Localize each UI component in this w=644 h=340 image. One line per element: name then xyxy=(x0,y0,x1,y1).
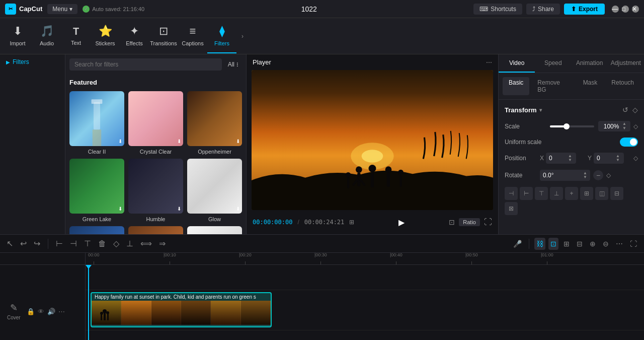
x-decrement[interactable]: ▼ xyxy=(567,158,573,162)
align-bottom[interactable]: ⊞ xyxy=(580,187,593,200)
subtab-retouch[interactable]: Retouch xyxy=(605,77,640,95)
tool-stickers[interactable]: ⭐ Stickers xyxy=(91,19,120,53)
snapshot-icon[interactable]: ⊡ xyxy=(449,218,455,226)
ratio-button[interactable]: Ratio xyxy=(459,218,480,226)
cover-button[interactable]: ✎ Cover xyxy=(4,299,24,323)
subtab-removebg[interactable]: Remove BG xyxy=(531,77,575,95)
align-extra-1[interactable]: ◫ xyxy=(595,187,608,200)
close-button[interactable]: ✕ xyxy=(632,6,639,13)
clip-icon[interactable]: ⊞ xyxy=(561,238,572,250)
player-more-icon[interactable]: ⋯ xyxy=(486,59,492,66)
select-tool[interactable]: ↖ xyxy=(5,237,15,250)
align-center-h[interactable]: ⊢ xyxy=(520,187,533,200)
scale-slider-thumb[interactable] xyxy=(564,123,570,129)
all-filters-button[interactable]: All ⫶ xyxy=(225,59,242,70)
tool-text[interactable]: T Text xyxy=(61,19,91,53)
tool-filters[interactable]: ⧫ Filters xyxy=(207,19,236,53)
track-audio-btn[interactable]: 🔊 xyxy=(47,308,55,315)
split2-icon[interactable]: ⊟ xyxy=(575,238,585,250)
zoom-out-icon[interactable]: ⊖ xyxy=(601,238,611,250)
split-btn[interactable]: ⊢ xyxy=(54,237,64,250)
redo-btn[interactable]: ↪ xyxy=(32,237,42,250)
delete-btn[interactable]: 🗑 xyxy=(97,238,108,250)
align-right[interactable]: ⊤ xyxy=(535,187,548,200)
search-input[interactable] xyxy=(69,58,222,71)
fullscreen-tl-icon[interactable]: ⛶ xyxy=(628,238,639,250)
align-extra-2[interactable]: ⊟ xyxy=(610,187,623,200)
undo-btn[interactable]: ↩ xyxy=(19,237,28,250)
more-icon[interactable]: ⋯ xyxy=(614,238,625,250)
autosave-dot: ✓ xyxy=(83,6,90,13)
tab-speed[interactable]: Speed xyxy=(535,54,571,73)
position-y-input[interactable]: 0 ▲ ▼ xyxy=(594,153,624,164)
scale-increment[interactable]: ▲ xyxy=(621,122,627,126)
tl-main: 00:00 |00:10 |00:20 |00:30 |00:40 xyxy=(86,253,644,340)
play-button[interactable]: ▶ xyxy=(393,214,410,230)
tab-adjustment[interactable]: Adjustment xyxy=(608,54,644,73)
y-decrement[interactable]: ▼ xyxy=(615,158,621,162)
filter-humble[interactable]: ⬇ Humble xyxy=(128,159,183,222)
keyframe-icon[interactable]: ◇ xyxy=(632,106,638,114)
grid-icon[interactable]: ⊞ xyxy=(349,219,354,226)
minimize-button[interactable]: — xyxy=(612,6,619,13)
filter-crystal-clear[interactable]: ⬇ Crystal Clear xyxy=(128,91,183,155)
toolbar-more[interactable]: › xyxy=(236,19,249,53)
filter-item-8[interactable] xyxy=(128,226,183,234)
scale-decrement[interactable]: ▼ xyxy=(621,126,627,130)
rotate-keyframe[interactable]: ◇ xyxy=(606,172,611,179)
align-extra-3[interactable]: ⊠ xyxy=(505,202,518,215)
track-lock-btn[interactable]: 🔒 xyxy=(27,308,35,315)
tool-captions[interactable]: ≡ Captions xyxy=(178,19,207,53)
export-button[interactable]: ⬆ Export xyxy=(564,4,605,15)
zoom-in-icon[interactable]: ⊕ xyxy=(588,238,598,250)
position-x-input[interactable]: 0 ▲ ▼ xyxy=(546,153,576,164)
keyframe-btn[interactable]: ◇ xyxy=(112,237,121,250)
scale-slider[interactable] xyxy=(550,121,594,131)
reset-icon[interactable]: ↺ xyxy=(622,106,628,114)
menu-button[interactable]: Menu ▾ xyxy=(47,4,77,14)
share-button[interactable]: ⤴ Share xyxy=(526,4,560,15)
tab-animation[interactable]: Animation xyxy=(572,54,608,73)
link-icon[interactable]: ⛓ xyxy=(534,238,545,250)
filter-clear-ii[interactable]: ⬇ Clear II xyxy=(69,91,124,155)
align-top[interactable]: ⊥ xyxy=(550,187,563,200)
uniform-scale-toggle[interactable] xyxy=(620,138,638,147)
tool-effects[interactable]: ✦ Effects xyxy=(120,19,149,53)
align-center-v[interactable]: + xyxy=(565,187,578,200)
track-hide-btn[interactable]: 👁 xyxy=(38,308,44,315)
align-left[interactable]: ⊣ xyxy=(505,187,518,200)
mirror-btn[interactable]: ⊥ xyxy=(125,237,135,250)
featured-section-title: Featured xyxy=(69,79,242,86)
tool-audio[interactable]: 🎵 Audio xyxy=(32,19,61,53)
maximize-button[interactable]: □ xyxy=(622,6,629,13)
rotate-input[interactable]: 0.0° ▲ ▼ xyxy=(540,170,590,181)
scale-value-input[interactable]: 100% ▲ ▼ xyxy=(598,121,630,131)
left-panel-filters[interactable]: ▶ Filters xyxy=(0,54,65,70)
mic-icon[interactable]: 🎤 xyxy=(511,238,524,250)
tool-transitions[interactable]: ⊡ Transitions xyxy=(149,19,178,53)
filter-item-9[interactable] xyxy=(187,226,242,234)
shortcuts-button[interactable]: ⌨ Shortcuts xyxy=(473,4,522,15)
filters-scroll[interactable]: Featured ⬇ Clear II xyxy=(65,75,246,234)
filter-green-lake[interactable]: ⬇ Green Lake xyxy=(69,159,124,222)
position-keyframe[interactable]: ◇ xyxy=(633,155,638,162)
filter-glow[interactable]: ⬇ Glow xyxy=(187,159,242,222)
track-more-btn[interactable]: ⋯ xyxy=(58,308,65,315)
tl-video-clip[interactable]: Happy family run at sunset in park. Chil… xyxy=(91,292,272,327)
subtab-basic[interactable]: Basic xyxy=(503,77,529,95)
tab-video[interactable]: Video xyxy=(499,54,535,73)
rotate-decrement[interactable]: ▼ xyxy=(583,175,587,179)
magnet-icon[interactable]: ⊡ xyxy=(548,238,558,250)
svg-point-16 xyxy=(385,166,392,173)
filter-item-7[interactable] xyxy=(69,226,124,234)
rotate-minus-button[interactable]: − xyxy=(593,170,603,180)
flip-btn[interactable]: ⟺ xyxy=(139,237,153,250)
split-audio-btn[interactable]: ⊣ xyxy=(68,237,78,250)
tool-import[interactable]: ⬇ Import xyxy=(3,19,32,53)
fullscreen-button[interactable]: ⛶ xyxy=(484,218,492,227)
crop-btn[interactable]: ⊤ xyxy=(83,237,93,250)
subtab-mask[interactable]: Mask xyxy=(577,77,604,95)
speed-btn[interactable]: ⇒ xyxy=(157,237,167,250)
scale-keyframe[interactable]: ◇ xyxy=(633,123,638,130)
filter-oppenheimer[interactable]: ⬇ Oppenheimer xyxy=(187,91,242,155)
